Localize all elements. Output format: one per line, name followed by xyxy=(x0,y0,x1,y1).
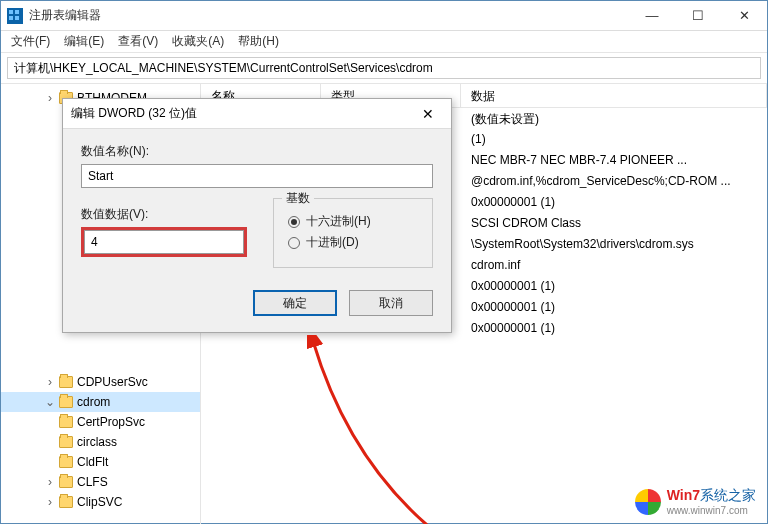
value-highlight xyxy=(81,227,247,257)
menu-help[interactable]: 帮助(H) xyxy=(238,33,279,50)
folder-icon xyxy=(59,456,73,468)
dialog-close-button[interactable]: ✕ xyxy=(413,106,443,122)
folder-icon xyxy=(59,496,73,508)
folder-icon xyxy=(59,396,73,408)
list-row[interactable]: NEC MBR-7 NEC MBR-7.4 PIONEER ... xyxy=(461,150,767,171)
radio-icon xyxy=(288,216,300,228)
cancel-button[interactable]: 取消 xyxy=(349,290,433,316)
tree-node: ›CDPUserSvc xyxy=(1,372,200,392)
tree-label[interactable]: ClipSVC xyxy=(77,495,122,509)
window-title: 注册表编辑器 xyxy=(29,7,629,24)
chevron-right-icon[interactable]: › xyxy=(45,91,55,105)
tree-label[interactable]: cdrom xyxy=(77,395,110,409)
address-bar xyxy=(1,53,767,84)
menu-favorites[interactable]: 收藏夹(A) xyxy=(172,33,224,50)
radio-icon xyxy=(288,237,300,249)
tree-label[interactable]: CDPUserSvc xyxy=(77,375,148,389)
maximize-button[interactable]: ☐ xyxy=(675,1,721,31)
menu-view[interactable]: 查看(V) xyxy=(118,33,158,50)
tree-node: circlass xyxy=(1,432,200,452)
titlebar[interactable]: 注册表编辑器 — ☐ ✕ xyxy=(1,1,767,31)
watermark: Win7系统之家 www.winwin7.com xyxy=(635,487,756,516)
list-row[interactable]: cdrom.inf xyxy=(461,255,767,276)
chevron-right-icon[interactable]: › xyxy=(45,475,55,489)
base-label: 基数 xyxy=(282,190,314,207)
col-data[interactable]: 数据 xyxy=(461,84,767,107)
app-icon xyxy=(7,8,23,24)
folder-icon xyxy=(59,476,73,488)
list-row[interactable]: 0x00000001 (1) xyxy=(461,276,767,297)
edit-dword-dialog: 编辑 DWORD (32 位)值 ✕ 数值名称(N): 数值数据(V): 基数 … xyxy=(62,98,452,333)
ok-button[interactable]: 确定 xyxy=(253,290,337,316)
chevron-down-icon[interactable]: ⌄ xyxy=(45,395,55,409)
folder-icon xyxy=(59,416,73,428)
menu-edit[interactable]: 编辑(E) xyxy=(64,33,104,50)
chevron-right-icon[interactable]: › xyxy=(45,375,55,389)
name-input[interactable] xyxy=(81,164,433,188)
folder-icon xyxy=(59,376,73,388)
menubar: 文件(F) 编辑(E) 查看(V) 收藏夹(A) 帮助(H) xyxy=(1,31,767,53)
tree-label[interactable]: circlass xyxy=(77,435,117,449)
value-label: 数值数据(V): xyxy=(81,206,247,223)
list-row[interactable]: @cdrom.inf,%cdrom_ServiceDesc%;CD-ROM ..… xyxy=(461,171,767,192)
list-row[interactable]: 0x00000001 (1) xyxy=(461,297,767,318)
tree-node: CldFlt xyxy=(1,452,200,472)
watermark-logo-icon xyxy=(635,489,661,515)
tree-label[interactable]: CertPropSvc xyxy=(77,415,145,429)
chevron-right-icon[interactable]: › xyxy=(45,495,55,509)
value-input[interactable] xyxy=(84,230,244,254)
tree-label[interactable]: CLFS xyxy=(77,475,108,489)
menu-file[interactable]: 文件(F) xyxy=(11,33,50,50)
tree-node: CertPropSvc xyxy=(1,412,200,432)
address-input[interactable] xyxy=(7,57,761,79)
radio-dec[interactable]: 十进制(D) xyxy=(288,234,418,251)
list-row[interactable]: SCSI CDROM Class xyxy=(461,213,767,234)
tree-node: ›ClipSVC xyxy=(1,492,200,512)
dialog-title: 编辑 DWORD (32 位)值 xyxy=(71,105,413,122)
list-row[interactable]: 0x00000001 (1) xyxy=(461,192,767,213)
tree-node: ›CLFS xyxy=(1,472,200,492)
list-row[interactable]: (数值未设置) xyxy=(461,108,767,129)
list-row[interactable]: \SystemRoot\System32\drivers\cdrom.sys xyxy=(461,234,767,255)
base-group: 基数 十六进制(H) 十进制(D) xyxy=(273,198,433,268)
list-row[interactable]: (1) xyxy=(461,129,767,150)
tree-node-selected: ⌄cdrom xyxy=(1,392,200,412)
radio-hex[interactable]: 十六进制(H) xyxy=(288,213,418,230)
list-row[interactable]: 0x00000001 (1) xyxy=(461,318,767,339)
tree-label[interactable]: CldFlt xyxy=(77,455,108,469)
dialog-titlebar[interactable]: 编辑 DWORD (32 位)值 ✕ xyxy=(63,99,451,129)
minimize-button[interactable]: — xyxy=(629,1,675,31)
name-label: 数值名称(N): xyxy=(81,143,433,160)
folder-icon xyxy=(59,436,73,448)
close-button[interactable]: ✕ xyxy=(721,1,767,31)
